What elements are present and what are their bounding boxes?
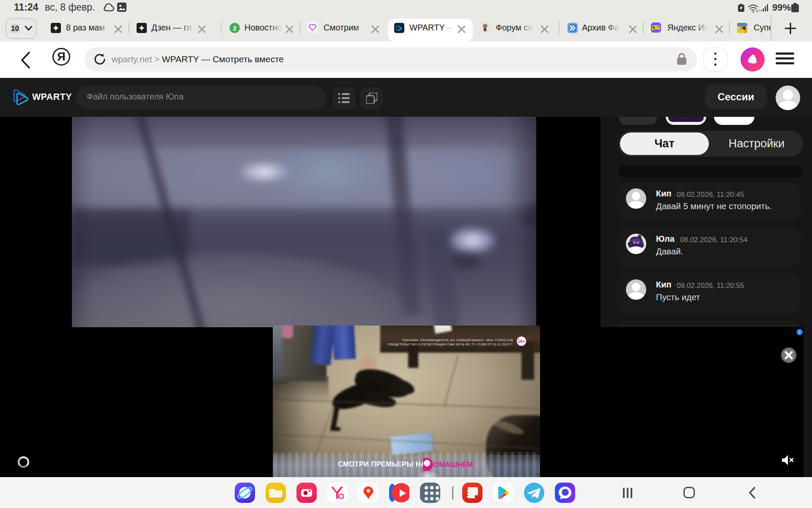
svg-text:10: 10 (11, 25, 19, 33)
svg-text:2: 2 (233, 25, 236, 32)
